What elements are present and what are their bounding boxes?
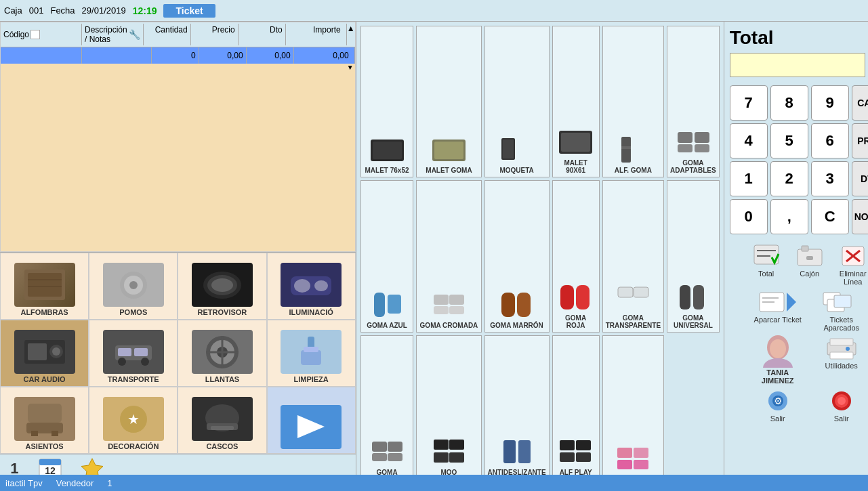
svg-rect-87 <box>634 448 648 458</box>
cat-caraudio[interactable]: CAR AUDIO <box>0 320 89 387</box>
action-eliminar-label: Eliminar Línea <box>840 270 867 286</box>
cat-transporte[interactable]: TRANSPORTE <box>89 320 178 387</box>
time-display: 12:19 <box>133 5 157 16</box>
func-notas[interactable]: NOTAS <box>852 199 868 234</box>
prod-gomamarron[interactable]: GOMA MARRÓN <box>484 180 550 332</box>
cat-llantas[interactable]: LLANTAS <box>178 320 266 387</box>
prod-alfgoma[interactable]: ALF. GOMA <box>602 26 664 177</box>
product-panel: MALET 76x52 MALET GOMA MOQUETA <box>356 22 724 491</box>
func-dto[interactable]: DTO <box>852 161 868 196</box>
prod-maletgoma-label: MALET GOMA <box>426 167 472 174</box>
right-panel: Total — 7 8 9 CANT 4 5 6 PREC 1 2 3 DTO … <box>724 22 868 491</box>
prod-gomarecortable-icon <box>367 435 407 467</box>
table-row[interactable]: 0 0,00 0,00 0,00 <box>1 47 355 64</box>
table-body: ▼ <box>1 64 355 69</box>
action-tickets-label: Tickets Aparcados <box>823 316 859 332</box>
num-6[interactable]: 6 <box>811 123 849 158</box>
ticket-button[interactable]: Ticket <box>163 4 215 18</box>
prod-gomauniversal[interactable]: GOMA UNIVERSAL <box>667 180 720 332</box>
cat-cascos-icon <box>192 397 253 441</box>
prod-alfrosa-icon <box>613 442 653 475</box>
action-aparcar-label: Aparcar Ticket <box>754 316 802 324</box>
svg-point-16 <box>52 347 60 356</box>
num-1[interactable]: 1 <box>730 161 768 196</box>
prod-gomacromada[interactable]: GOMA CROMADA <box>416 180 481 332</box>
codigo-checkbox[interactable] <box>30 30 40 39</box>
action-cajon[interactable]: Cajón <box>789 242 830 286</box>
header: Caja 001 Fecha 29/01/2019 12:19 Ticket <box>0 0 868 22</box>
prod-antideslizantedetal[interactable]: ANTIDESLIZANTE DETAL <box>484 335 550 487</box>
prod-gomaadaptables[interactable]: GOMA ADAPTABLES <box>667 26 720 177</box>
svg-point-21 <box>141 358 149 366</box>
action-utilidades[interactable]: ⚙ Salir <box>747 387 808 423</box>
prod-gomatransparente[interactable]: GOMA TRANSPARENTE <box>602 180 664 332</box>
action-aparcar[interactable]: Aparcar Ticket <box>747 289 808 332</box>
scroll-down[interactable]: ▼ <box>1 64 355 69</box>
svg-rect-54 <box>678 132 693 143</box>
svg-point-6 <box>129 281 138 289</box>
total-display-row: — <box>730 53 868 80</box>
cat-decoracion[interactable]: ★ DECORACIÓN <box>89 387 178 454</box>
action-eliminar[interactable]: Eliminar Línea <box>833 242 868 286</box>
avatar-icon <box>758 335 798 368</box>
desc-icon[interactable]: 🔧 <box>129 29 140 40</box>
action-salir[interactable]: Salir <box>811 387 868 423</box>
num-9[interactable]: 9 <box>811 85 849 121</box>
cat-decoracion-icon: ★ <box>103 397 164 441</box>
prod-gomarecortable[interactable]: GOMA RECORTABLE <box>360 335 414 487</box>
action-tickets-aparcados[interactable]: Tickets Aparcados <box>811 289 868 332</box>
svg-rect-110 <box>830 339 853 345</box>
num-5[interactable]: 5 <box>770 123 808 158</box>
prod-antideslizantedetal-icon <box>497 435 537 467</box>
prod-moqantideslizante[interactable]: MOQ ANTIDESLIZANTE <box>416 335 481 487</box>
total-display <box>730 53 865 77</box>
num-7[interactable]: 7 <box>730 85 768 121</box>
action-user[interactable]: TANIAJIMENEZ <box>747 335 808 385</box>
svg-rect-1 <box>28 273 62 297</box>
num-c[interactable]: C <box>811 199 849 234</box>
svg-text:⚙: ⚙ <box>773 396 782 406</box>
action-total[interactable]: Total <box>746 242 787 286</box>
vendedor-num: 1 <box>107 478 112 488</box>
fecha-value: 29/01/2019 <box>82 5 126 16</box>
svg-point-11 <box>294 279 310 293</box>
prod-malet76x52[interactable]: MALET 76x52 <box>360 26 414 177</box>
cat-asientos[interactable]: ASIENTOS <box>0 387 89 454</box>
num-0[interactable]: 0 <box>730 199 768 234</box>
num-8[interactable]: 8 <box>770 85 808 121</box>
num-comma[interactable]: , <box>770 199 808 234</box>
scroll-up[interactable]: ▲ <box>347 24 355 45</box>
svg-rect-51 <box>561 133 590 152</box>
cat-pomos[interactable]: POMOS <box>89 253 178 320</box>
col-desc: Descripción / Notas 🔧 <box>82 24 144 45</box>
svg-rect-69 <box>634 287 648 297</box>
cat-limpieza-label: LIMPIEZA <box>293 375 328 383</box>
prod-gomauniversal-label: GOMA UNIVERSAL <box>670 314 716 329</box>
cat-retrovisor[interactable]: RETROVISOR <box>178 253 266 320</box>
prod-maletgoma-icon <box>428 133 469 165</box>
cat-limpieza[interactable]: LIMPIEZA <box>267 320 356 387</box>
svg-rect-81 <box>518 440 531 463</box>
numpad: 7 8 9 CANT 4 5 6 PREC 1 2 3 DTO 0 , C NO… <box>724 85 868 240</box>
num-4[interactable]: 4 <box>730 123 768 158</box>
cat-next[interactable] <box>267 387 356 454</box>
prod-malet90x61[interactable]: MALET 90X61 <box>552 26 600 177</box>
num-3[interactable]: 3 <box>811 161 849 196</box>
prod-gomaroja-icon <box>556 280 596 313</box>
prod-gomaroja[interactable]: GOMA ROJA <box>552 180 600 332</box>
cat-alfombras[interactable]: ALFOMBRAS <box>0 253 89 320</box>
prod-alfplayboy[interactable]: ALF PLAY BOY <box>552 335 600 487</box>
action-imprimir[interactable]: Utilidades <box>811 335 868 385</box>
cat-cascos[interactable]: CASCOS <box>178 387 266 454</box>
func-cant[interactable]: CANT <box>852 85 868 121</box>
prod-alfrosa[interactable]: ALF ROSA <box>602 335 664 487</box>
prod-maletgoma[interactable]: MALET GOMA <box>416 26 481 177</box>
cat-iluminacion[interactable]: ILUMINACIÓ <box>267 253 356 320</box>
num-2[interactable]: 2 <box>770 161 808 196</box>
cat-caraudio-icon <box>14 330 75 374</box>
func-prec[interactable]: PREC <box>852 123 868 158</box>
prod-alfgoma-icon <box>613 133 653 165</box>
total-section: Total — <box>724 22 868 85</box>
prod-moqueta[interactable]: MOQUETA <box>484 26 550 177</box>
prod-gomaazul[interactable]: GOMA AZUL <box>360 180 414 332</box>
